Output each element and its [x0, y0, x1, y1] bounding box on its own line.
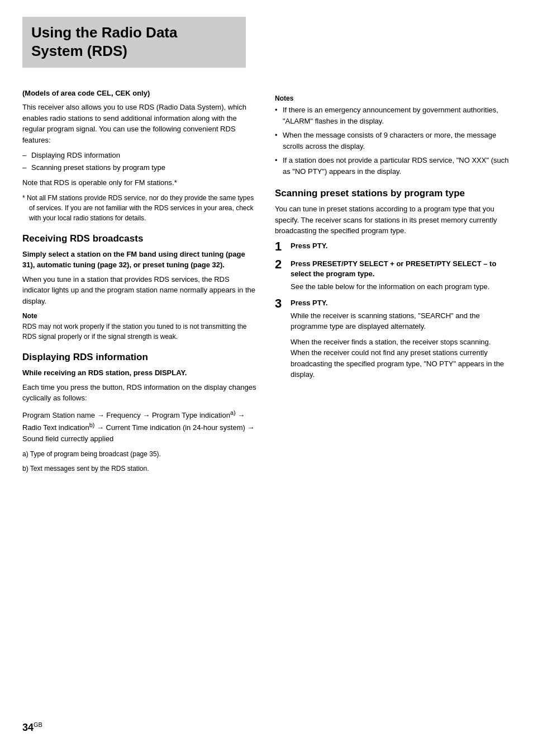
- models-header: (Models of area code CEL, CEK only): [22, 89, 258, 97]
- note-header: Note: [22, 312, 258, 320]
- step-1-title: Press PTY.: [291, 241, 511, 251]
- right-column: Notes If there is an emergency announcem…: [275, 89, 511, 710]
- page: Using the Radio Data System (RDS) (Model…: [0, 0, 533, 756]
- step-2: 2 Press PRESET/PTY SELECT + or PRESET/PT…: [275, 259, 511, 292]
- step-3-body-1: While the receiver is scanning stations,…: [291, 310, 511, 332]
- step-3-body-2: When the receiver finds a station, the r…: [291, 337, 511, 380]
- footnote-b: b) Text messages sent by the RDS station…: [22, 464, 258, 474]
- scanning-intro: You can tune in preset stations accordin…: [275, 204, 511, 237]
- scanning-header: Scanning preset stations by program type: [275, 188, 511, 199]
- step-2-content: Press PRESET/PTY SELECT + or PRESET/PTY …: [291, 259, 511, 292]
- footnote-a: a) Type of program being broadcast (page…: [22, 449, 258, 459]
- intro-text: This receiver also allows you to use RDS…: [22, 102, 258, 145]
- left-column: (Models of area code CEL, CEK only) This…: [22, 89, 258, 710]
- displaying-header: Displaying RDS information: [22, 352, 258, 363]
- step-number-2: 2: [275, 258, 291, 271]
- list-item: If there is an emergency announcement by…: [275, 105, 511, 126]
- page-footer: 34GB: [22, 710, 511, 734]
- receiving-subhead: Simply select a station on the FM band u…: [22, 249, 258, 271]
- step-1: 1 Press PTY.: [275, 241, 511, 253]
- step-3: 3 Press PTY. While the receiver is scann…: [275, 298, 511, 380]
- step-number-3: 3: [275, 297, 291, 310]
- title-box: Using the Radio Data System (RDS): [22, 17, 246, 68]
- page-number: 34GB: [22, 721, 42, 734]
- step-2-body: See the table below for the information …: [291, 281, 511, 292]
- notes-list: If there is an emergency announcement by…: [275, 105, 511, 177]
- step-1-content: Press PTY.: [291, 241, 511, 253]
- note-body: RDS may not work properly if the station…: [22, 322, 258, 342]
- step-3-content: Press PTY. While the receiver is scannin…: [291, 298, 511, 380]
- list-item: Scanning preset stations by program type: [22, 162, 258, 173]
- step-2-title: Press PRESET/PTY SELECT + or PRESET/PTY …: [291, 259, 511, 279]
- list-item: When the message consists of 9 character…: [275, 130, 511, 152]
- features-list: Displaying RDS information Scanning pres…: [22, 150, 258, 173]
- step-number-1: 1: [275, 240, 291, 253]
- display-sequence: Program Station name → Frequency → Progr…: [22, 408, 258, 445]
- step-3-title: Press PTY.: [291, 298, 511, 308]
- receiving-body: When you tune in a station that provides…: [22, 274, 258, 307]
- notes-header: Notes: [275, 94, 511, 102]
- list-item: Displaying RDS information: [22, 150, 258, 161]
- list-item: If a station does not provide a particul…: [275, 155, 511, 177]
- footnote-text: * Not all FM stations provide RDS servic…: [22, 193, 258, 223]
- displaying-body: Each time you press the button, RDS info…: [22, 382, 258, 404]
- fm-note: Note that RDS is operable only for FM st…: [22, 177, 258, 188]
- receiving-header: Receiving RDS broadcasts: [22, 233, 258, 244]
- displaying-subhead: While receiving an RDS station, press DI…: [22, 367, 258, 379]
- page-title: Using the Radio Data System (RDS): [31, 23, 237, 60]
